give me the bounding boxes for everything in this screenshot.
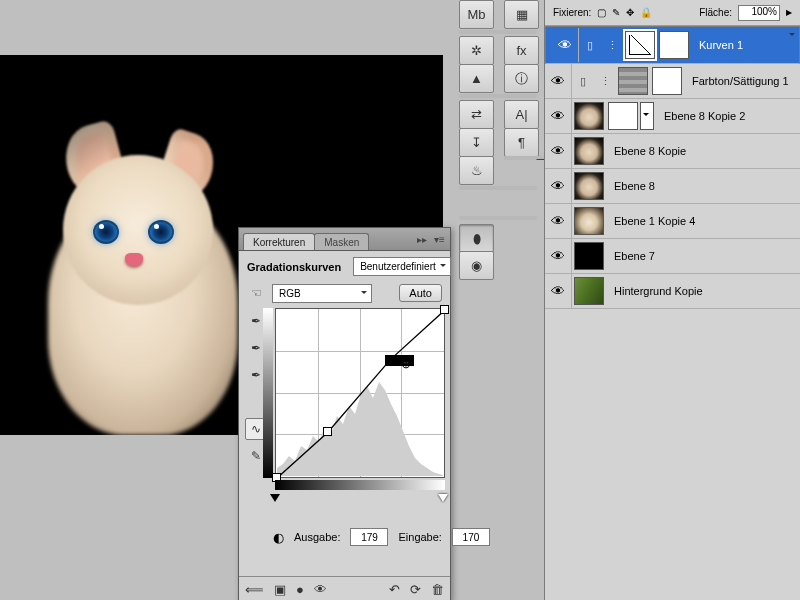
tool-button-7[interactable]: A| (504, 100, 539, 129)
tool-button-12[interactable]: ⬮ (459, 224, 494, 253)
layer-row[interactable]: 👁Ebene 8 Kopie (545, 134, 800, 169)
layer-thumb[interactable] (574, 172, 604, 200)
output-gradient (263, 308, 273, 478)
link-icon[interactable]: ▯ (572, 75, 594, 88)
lock-move-icon[interactable]: ✥ (626, 7, 634, 18)
visibility-toggle[interactable]: 👁 (545, 99, 572, 133)
layer-thumb[interactable] (574, 137, 604, 165)
curve-grid[interactable]: ⊕ (275, 308, 445, 478)
layer-thumb[interactable] (625, 31, 655, 59)
layer-name[interactable]: Ebene 1 Kopie 4 (614, 215, 695, 227)
visibility-toggle[interactable]: 👁 (545, 204, 572, 238)
layer-name[interactable]: Ebene 7 (614, 250, 655, 262)
input-gradient (275, 480, 445, 490)
tool-button-4[interactable]: ▲ (459, 64, 494, 93)
output-label: Ausgabe: (294, 531, 340, 543)
layer-row[interactable]: 👁Ebene 7 (545, 239, 800, 274)
input-slider[interactable] (275, 494, 445, 506)
layer-name[interactable]: Hintergrund Kopie (614, 285, 703, 297)
output-field[interactable] (350, 528, 388, 546)
visibility-toggle[interactable]: 👁 (545, 274, 572, 308)
link-icon[interactable]: ▯ (579, 39, 601, 52)
tool-button-1[interactable]: ▦ (504, 0, 539, 29)
layer-row[interactable]: 👁Ebene 8 (545, 169, 800, 204)
panel-menu-icon[interactable]: ▾≡ (432, 232, 447, 247)
tool-button-0[interactable]: Mb (459, 0, 494, 29)
preset-select[interactable]: Benutzerdefiniert (353, 257, 451, 276)
auto-button[interactable]: Auto (399, 284, 442, 302)
reset-icon[interactable]: ⟳ (410, 582, 421, 597)
tool-button-2[interactable]: ✲ (459, 36, 494, 65)
input-label: Eingabe: (398, 531, 441, 543)
layers-panel: Fixieren: ▢ ✎ ✥ 🔒 Fläche: 100% ▶ 👁▯⋮Kurv… (544, 0, 800, 600)
return-icon[interactable]: ⟸ (245, 582, 264, 597)
visibility-toggle[interactable]: 👁 (545, 239, 572, 273)
tool-button-3[interactable]: fx (504, 36, 539, 65)
layer-mask[interactable] (652, 67, 682, 95)
channel-select[interactable]: RGB (272, 284, 372, 303)
crosshair-icon: ⊕ (401, 357, 411, 371)
layer-row[interactable]: 👁Ebene 1 Kopie 4 (545, 204, 800, 239)
curves-panel: Korrekturen Masken ▸▸ ▾≡ Gradationskurve… (238, 227, 451, 600)
tool-button-8[interactable]: ↧ (459, 128, 494, 157)
layer-thumb[interactable] (574, 207, 604, 235)
curve-point-1[interactable] (323, 427, 332, 436)
expand-icon[interactable]: ▣ (274, 582, 286, 597)
toolbar-separator (459, 216, 537, 220)
lock-label: Fixieren: (553, 7, 591, 18)
visibility-toggle[interactable]: 👁 (552, 28, 579, 62)
chain-icon[interactable]: ⋮ (594, 75, 616, 88)
layer-thumb[interactable] (618, 67, 648, 95)
layer-name[interactable]: Farbton/Sättigung 1 (692, 75, 789, 87)
fill-arrow-icon[interactable]: ▶ (786, 8, 792, 17)
tool-button-13[interactable]: ◉ (459, 251, 494, 280)
layer-thumb[interactable] (574, 277, 604, 305)
options-toolbar: Mb▦✲fx▲ⓘ⇄A|↧¶♨—⬮◉ (453, 0, 541, 285)
curve-point-3[interactable] (440, 305, 449, 314)
tool-button-5[interactable]: ⓘ (504, 64, 539, 93)
layer-mask[interactable] (659, 31, 689, 59)
prev-icon[interactable]: ↶ (389, 582, 400, 597)
fill-field[interactable]: 100% (738, 5, 780, 21)
trash-icon[interactable]: 🗑 (431, 582, 444, 597)
tab-korrekturen[interactable]: Korrekturen (243, 233, 315, 250)
curve-line (276, 309, 446, 479)
visibility-toggle[interactable]: 👁 (545, 64, 572, 98)
panel-footer: ⟸ ▣ ● 👁 ↶ ⟳ 🗑 (239, 576, 450, 600)
panel-title: Gradationskurven (247, 261, 341, 273)
tab-masken[interactable]: Masken (314, 233, 369, 250)
tool-button-9[interactable]: ¶ (504, 128, 539, 157)
input-field[interactable] (452, 528, 490, 546)
layer-thumb[interactable] (574, 242, 604, 270)
chain-icon[interactable]: ⋮ (601, 39, 623, 52)
layer-row[interactable]: 👁▯⋮Farbton/Sättigung 1 (545, 64, 800, 99)
clip-icon[interactable]: ● (296, 582, 304, 597)
layer-mask[interactable] (608, 102, 638, 130)
auto-bw-icon[interactable]: ◐ (273, 530, 284, 545)
fill-label: Fläche: (699, 7, 732, 18)
layer-row[interactable]: 👁Ebene 8 Kopie 2 (545, 99, 800, 134)
visibility-toggle[interactable]: 👁 (545, 134, 572, 168)
layer-name[interactable]: Ebene 8 (614, 180, 655, 192)
toolbar-separator (459, 94, 537, 98)
visibility-toggle[interactable]: 👁 (545, 169, 572, 203)
layer-name[interactable]: Ebene 8 Kopie 2 (664, 110, 745, 122)
layer-name[interactable]: Ebene 8 Kopie (614, 145, 686, 157)
lock-trans-icon[interactable]: ▢ (597, 7, 606, 18)
lock-all-icon[interactable]: 🔒 (640, 7, 652, 18)
collapse-icon[interactable]: ▸▸ (414, 232, 429, 247)
layer-thumb[interactable] (574, 102, 604, 130)
tool-button-10[interactable]: ♨ (459, 156, 494, 185)
finger-tool-icon[interactable]: ☜ (245, 282, 267, 304)
toolbar-separator (459, 30, 537, 34)
visibility-icon[interactable]: 👁 (314, 582, 327, 597)
toolbar-separator (459, 186, 537, 190)
tool-button-6[interactable]: ⇄ (459, 100, 494, 129)
layer-row[interactable]: 👁Hintergrund Kopie (545, 274, 800, 309)
lock-paint-icon[interactable]: ✎ (612, 7, 620, 18)
layer-row[interactable]: 👁▯⋮Kurven 1 (545, 26, 800, 64)
blend-dropdown[interactable] (640, 102, 654, 130)
layer-name[interactable]: Kurven 1 (699, 39, 743, 51)
